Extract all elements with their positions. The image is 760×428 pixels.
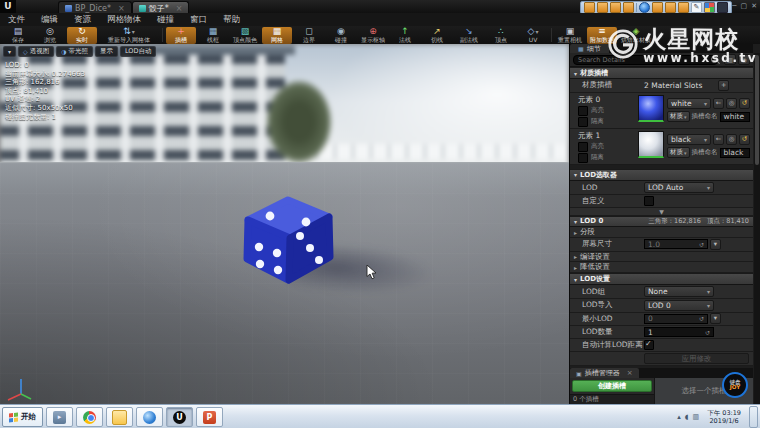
perspective-button[interactable]: ◇透视图 — [18, 46, 54, 57]
search-input[interactable] — [573, 55, 718, 65]
additional-data-toggle[interactable]: ≡附加数据 — [587, 27, 617, 44]
pen-tool-icon[interactable]: ✎ — [691, 2, 702, 13]
save-button[interactable]: ▤保存 — [3, 27, 33, 44]
taskbar-explorer[interactable] — [106, 407, 133, 427]
show-flags-button[interactable]: 显示 — [95, 46, 118, 57]
material-thumbnail[interactable] — [638, 95, 664, 122]
capture-tool-icon[interactable] — [704, 2, 715, 13]
highlight-checkbox[interactable] — [578, 106, 588, 116]
category-lod-picker[interactable]: ▾LOD选取器 — [570, 169, 753, 181]
bounds-toggle[interactable]: ◻边界 — [294, 27, 324, 44]
recorder-tool-icon[interactable] — [597, 2, 608, 13]
recorder-tool-icon[interactable] — [678, 2, 689, 13]
recorder-tool-icon[interactable] — [584, 2, 595, 13]
reimport-mesh-button[interactable]: ⇅▾重新导入网格体 — [99, 27, 159, 44]
bake-materials-button[interactable]: ◈烘焙出材质 — [619, 27, 653, 44]
taskbar-recorder-app[interactable]: ▸ — [46, 407, 73, 427]
lod-import-dropdown[interactable]: LOD 0▾ — [644, 300, 714, 311]
flag-tool-icon[interactable] — [717, 2, 728, 13]
custom-checkbox[interactable] — [644, 196, 654, 206]
reset-icon[interactable]: ↺ — [739, 134, 750, 145]
material-dropdown[interactable]: white▾ — [667, 98, 711, 109]
highlight-checkbox[interactable] — [578, 142, 588, 152]
lod-group-dropdown[interactable]: None▾ — [644, 286, 714, 297]
screen-size-input[interactable]: 1.0↺ — [644, 239, 708, 249]
category-lod-settings[interactable]: ▾LOD设置 — [570, 273, 753, 285]
uv-toggle[interactable]: ◇▾UV — [518, 27, 548, 44]
normals-toggle[interactable]: ↑法线 — [390, 27, 420, 44]
mesh-viewport[interactable]: ▾ ◇透视图 ◑带光照 显示 LOD自动 LOD: 0 当前屏幕大小: 0.27… — [0, 44, 569, 404]
close-icon[interactable]: ✕ — [751, 1, 757, 11]
recorder-tool-icon[interactable] — [623, 2, 634, 13]
num-lods-input[interactable]: 1↺ — [644, 327, 714, 337]
category-expander[interactable]: ▼ — [570, 208, 753, 216]
grid-toggle[interactable]: ▦网格 — [262, 27, 292, 44]
scrollbar-thumb[interactable] — [755, 55, 759, 165]
use-selected-icon[interactable]: ← — [713, 134, 724, 145]
slot-name-input[interactable]: white — [720, 112, 750, 122]
isolate-checkbox[interactable] — [578, 153, 588, 163]
material-dropdown[interactable]: black▾ — [667, 134, 711, 145]
taskbar-browser[interactable] — [136, 407, 163, 427]
viewport-options-dropdown[interactable]: ▾ — [3, 46, 16, 57]
material-thumbnail[interactable] — [638, 131, 664, 158]
isolate-checkbox[interactable] — [578, 117, 588, 127]
tray-expand-icon[interactable]: ▴ — [677, 413, 681, 421]
screen-size-dropdown[interactable]: ▾ — [710, 239, 721, 250]
vertices-toggle[interactable]: ∴顶点 — [486, 27, 516, 44]
menu-window[interactable]: 窗口 — [182, 14, 215, 26]
browse-asset-icon[interactable]: ◎ — [726, 134, 737, 145]
close-icon[interactable]: × — [176, 4, 183, 13]
recorder-tool-icon[interactable] — [610, 2, 621, 13]
tray-network-icon[interactable]: ▥ — [693, 413, 700, 421]
menu-file[interactable]: 文件 — [0, 14, 33, 26]
apply-changes-button[interactable]: 应用修改 — [644, 353, 749, 364]
recorder-record-icon[interactable] — [639, 2, 650, 13]
start-button[interactable]: 开始 — [2, 407, 43, 427]
menu-edit[interactable]: 编辑 — [33, 14, 66, 26]
reset-icon[interactable]: ↺ — [739, 98, 750, 109]
close-icon[interactable]: × — [627, 369, 633, 377]
sockets-toggle[interactable]: +插槽 — [166, 27, 196, 44]
lod-auto-button[interactable]: LOD自动 — [120, 46, 157, 57]
tab-socket-manager[interactable]: ▣ 插槽管理器 × — [570, 368, 639, 378]
binormals-toggle[interactable]: ↘副法线 — [454, 27, 484, 44]
menu-asset[interactable]: 资源 — [66, 14, 99, 26]
browse-button[interactable]: ◎浏览 — [35, 27, 65, 44]
realtime-toggle[interactable]: ↻实时 — [67, 27, 97, 44]
build-settings-expander[interactable]: ▸编译设置 — [570, 252, 753, 263]
details-scrollbar[interactable] — [754, 53, 760, 404]
category-material-slots[interactable]: ▾材质插槽 — [570, 67, 753, 79]
lod-auto-dropdown[interactable]: LOD Auto▾ — [644, 182, 714, 193]
slot-options-dropdown[interactable]: 材质▾ — [667, 111, 690, 122]
slot-options-dropdown[interactable]: 材质▾ — [667, 147, 690, 158]
vertex-colors-toggle[interactable]: ▧顶点颜色 — [230, 27, 260, 44]
taskbar-unreal[interactable]: U — [166, 407, 193, 427]
create-socket-button[interactable]: 创建插槽 — [572, 380, 652, 392]
minimize-icon[interactable]: ─ — [732, 1, 736, 11]
tab-details[interactable]: ▦ 细节 — [570, 44, 609, 53]
add-material-slot-button[interactable]: + — [718, 80, 729, 91]
taskbar-powerpoint[interactable]: P — [196, 407, 223, 427]
recorder-tool-icon[interactable] — [652, 2, 663, 13]
recorder-tool-icon[interactable] — [665, 2, 676, 13]
menu-collision[interactable]: 碰撞 — [149, 14, 182, 26]
wireframe-toggle[interactable]: ▦线框 — [198, 27, 228, 44]
view-options-button[interactable]: ◉ — [738, 54, 750, 65]
close-icon[interactable]: × — [118, 4, 125, 13]
taskbar-chrome[interactable] — [76, 407, 103, 427]
show-pivot-toggle[interactable]: ⊕显示枢轴 — [358, 27, 388, 44]
taskbar-clock[interactable]: 下午 03:19 2019/1/6 — [703, 409, 745, 425]
sections-expander[interactable]: ▸分段 — [570, 227, 753, 238]
min-lod-input[interactable]: 0↺ — [644, 314, 708, 324]
show-desktop-button[interactable] — [749, 406, 758, 428]
tray-volume-icon[interactable]: ◖ — [685, 413, 689, 421]
collision-toggle[interactable]: ◉碰撞 — [326, 27, 356, 44]
use-selected-icon[interactable]: ← — [713, 98, 724, 109]
menu-help[interactable]: 帮助 — [215, 14, 248, 26]
view-mode-button[interactable]: ◑带光照 — [56, 46, 93, 57]
reduction-settings-expander[interactable]: ▸降低设置 — [570, 262, 753, 273]
min-lod-dropdown[interactable]: ▾ — [710, 313, 721, 324]
browse-asset-icon[interactable]: ◎ — [726, 98, 737, 109]
tangents-toggle[interactable]: ↗切线 — [422, 27, 452, 44]
